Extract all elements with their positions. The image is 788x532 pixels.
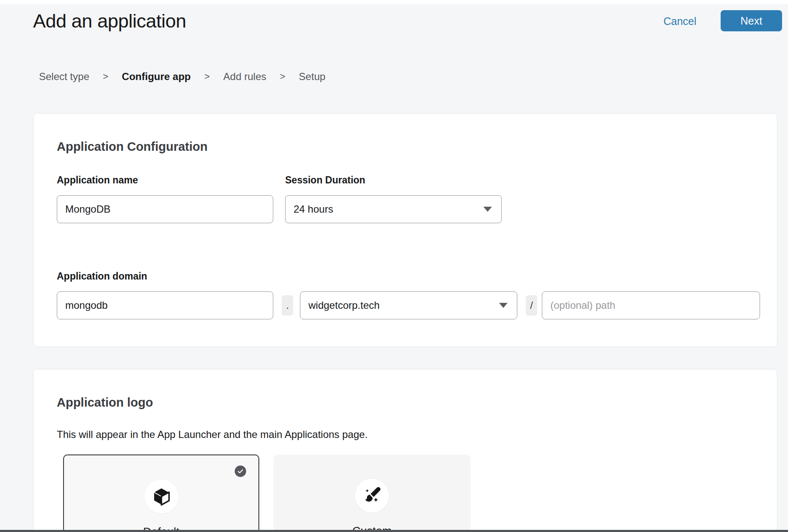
application-domain-label: Application domain [57, 271, 760, 282]
logo-option-default[interactable]: Default [63, 454, 259, 532]
application-logo-card: Application logo This will appear in the… [33, 369, 777, 532]
path-input[interactable] [542, 291, 760, 319]
step-configure-app[interactable]: Configure app [122, 71, 191, 83]
domain-select[interactable]: widgetcorp.tech [300, 291, 517, 319]
application-domain-row: . widgetcorp.tech / [57, 291, 760, 319]
subdomain-input[interactable] [57, 291, 273, 319]
breadcrumb-separator: > [280, 71, 286, 82]
paintbrush-icon [362, 485, 382, 506]
slash-separator: / [526, 295, 537, 316]
custom-logo-circle [355, 479, 389, 513]
domain-select-value: widgetcorp.tech [308, 299, 499, 311]
step-add-rules[interactable]: Add rules [223, 71, 266, 83]
logo-section-title: Application logo [57, 396, 153, 410]
selected-check-badge [235, 466, 246, 477]
bottom-edge-bar [0, 530, 788, 532]
top-strip [0, 0, 788, 4]
cube-icon [152, 487, 171, 506]
step-select-type[interactable]: Select type [39, 71, 89, 83]
application-name-input[interactable] [57, 195, 273, 223]
next-button[interactable]: Next [721, 10, 782, 31]
breadcrumb-separator: > [204, 71, 210, 82]
application-name-label: Application name [57, 175, 273, 186]
step-setup[interactable]: Setup [299, 71, 325, 83]
session-duration-value: 24 hours [294, 203, 483, 215]
chevron-down-icon [499, 303, 508, 308]
logo-description: This will appear in the App Launcher and… [57, 429, 368, 441]
session-duration-label: Session Duration [285, 175, 502, 186]
cancel-button[interactable]: Cancel [663, 15, 696, 28]
chevron-down-icon [483, 207, 492, 212]
session-duration-select[interactable]: 24 hours [285, 195, 502, 223]
default-logo-circle [144, 479, 178, 513]
configuration-section-title: Application Configuration [57, 140, 208, 154]
dot-separator: . [282, 295, 293, 316]
breadcrumb-separator: > [103, 71, 108, 82]
logo-option-custom[interactable]: Custom [273, 454, 471, 532]
logo-options: Default Custom [63, 454, 471, 532]
check-icon [237, 468, 244, 474]
page-title: Add an application [33, 10, 186, 32]
breadcrumb: Select type > Configure app > Add rules … [39, 71, 325, 83]
application-configuration-card: Application Configuration Application na… [33, 113, 777, 347]
